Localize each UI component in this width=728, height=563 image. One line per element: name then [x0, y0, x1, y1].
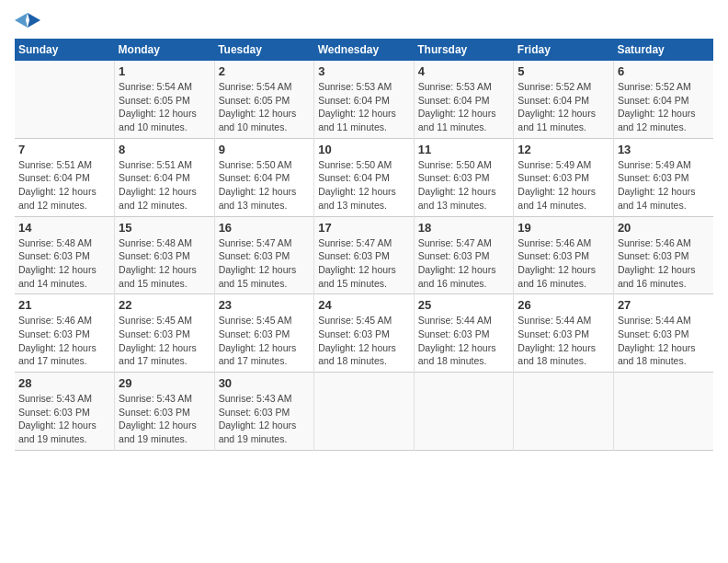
day-detail: Sunrise: 5:45 AMSunset: 6:03 PMDaylight:… — [119, 314, 210, 368]
day-number: 23 — [219, 298, 311, 312]
weekday-header-thursday: Thursday — [414, 39, 514, 61]
calendar-week-row: 7Sunrise: 5:51 AMSunset: 6:04 PMDaylight… — [15, 138, 713, 216]
svg-marker-1 — [15, 13, 28, 28]
calendar-cell: 25Sunrise: 5:44 AMSunset: 6:03 PMDayligh… — [414, 294, 514, 373]
calendar-cell: 12Sunrise: 5:49 AMSunset: 6:03 PMDayligh… — [514, 138, 614, 216]
calendar-cell: 20Sunrise: 5:46 AMSunset: 6:03 PMDayligh… — [613, 216, 713, 294]
day-detail: Sunrise: 5:45 AMSunset: 6:03 PMDaylight:… — [219, 314, 311, 368]
weekday-header-saturday: Saturday — [613, 39, 713, 61]
calendar-cell — [613, 373, 713, 451]
day-number: 11 — [418, 143, 510, 156]
day-detail: Sunrise: 5:50 AMSunset: 6:04 PMDaylight:… — [318, 158, 410, 213]
day-detail: Sunrise: 5:48 AMSunset: 6:03 PMDaylight:… — [18, 236, 110, 291]
calendar-cell — [414, 373, 514, 451]
day-number: 30 — [219, 376, 311, 390]
calendar-cell: 11Sunrise: 5:50 AMSunset: 6:03 PMDayligh… — [414, 138, 514, 216]
day-detail: Sunrise: 5:52 AMSunset: 6:04 PMDaylight:… — [618, 80, 710, 134]
calendar-cell: 2Sunrise: 5:54 AMSunset: 6:05 PMDaylight… — [214, 61, 314, 138]
calendar-cell: 9Sunrise: 5:50 AMSunset: 6:04 PMDaylight… — [214, 138, 314, 216]
day-detail: Sunrise: 5:51 AMSunset: 6:04 PMDaylight:… — [119, 158, 210, 213]
day-number: 2 — [219, 64, 311, 78]
calendar-week-row: 1Sunrise: 5:54 AMSunset: 6:05 PMDaylight… — [15, 61, 713, 138]
day-detail: Sunrise: 5:47 AMSunset: 6:03 PMDaylight:… — [418, 236, 510, 291]
day-number: 24 — [318, 298, 410, 312]
day-detail: Sunrise: 5:53 AMSunset: 6:04 PMDaylight:… — [318, 80, 410, 134]
calendar-cell: 23Sunrise: 5:45 AMSunset: 6:03 PMDayligh… — [214, 294, 314, 373]
day-detail: Sunrise: 5:48 AMSunset: 6:03 PMDaylight:… — [119, 236, 210, 291]
logo-icon — [15, 9, 40, 31]
calendar-cell: 6Sunrise: 5:52 AMSunset: 6:04 PMDaylight… — [613, 61, 713, 138]
calendar-cell: 26Sunrise: 5:44 AMSunset: 6:03 PMDayligh… — [514, 294, 614, 373]
day-detail: Sunrise: 5:44 AMSunset: 6:03 PMDaylight:… — [618, 314, 710, 368]
day-detail: Sunrise: 5:47 AMSunset: 6:03 PMDaylight:… — [318, 236, 410, 291]
day-number: 25 — [418, 298, 510, 312]
day-detail: Sunrise: 5:45 AMSunset: 6:03 PMDaylight:… — [318, 314, 410, 368]
day-detail: Sunrise: 5:46 AMSunset: 6:03 PMDaylight:… — [618, 236, 710, 291]
day-number: 22 — [119, 298, 210, 312]
calendar-cell: 3Sunrise: 5:53 AMSunset: 6:04 PMDaylight… — [314, 61, 415, 138]
day-number: 6 — [618, 64, 710, 78]
day-number: 27 — [618, 298, 710, 312]
day-detail: Sunrise: 5:44 AMSunset: 6:03 PMDaylight:… — [418, 314, 510, 368]
calendar-cell: 27Sunrise: 5:44 AMSunset: 6:03 PMDayligh… — [613, 294, 713, 373]
day-number: 7 — [18, 143, 110, 156]
day-number: 1 — [119, 64, 210, 78]
day-number: 8 — [119, 143, 210, 156]
day-number: 4 — [418, 64, 510, 78]
weekday-header-wednesday: Wednesday — [314, 39, 415, 61]
day-number: 13 — [618, 143, 710, 156]
calendar-cell: 28Sunrise: 5:43 AMSunset: 6:03 PMDayligh… — [15, 373, 115, 451]
calendar-cell: 29Sunrise: 5:43 AMSunset: 6:03 PMDayligh… — [115, 373, 215, 451]
day-number: 15 — [119, 221, 210, 235]
calendar-week-row: 21Sunrise: 5:46 AMSunset: 6:03 PMDayligh… — [15, 294, 713, 373]
calendar-cell: 14Sunrise: 5:48 AMSunset: 6:03 PMDayligh… — [15, 216, 115, 294]
weekday-header-sunday: Sunday — [15, 39, 115, 61]
day-number: 26 — [518, 298, 609, 312]
day-number: 16 — [219, 221, 311, 235]
calendar-cell: 19Sunrise: 5:46 AMSunset: 6:03 PMDayligh… — [514, 216, 614, 294]
logo — [15, 9, 44, 31]
day-detail: Sunrise: 5:47 AMSunset: 6:03 PMDaylight:… — [219, 236, 311, 291]
day-number: 18 — [418, 221, 510, 235]
calendar-cell: 17Sunrise: 5:47 AMSunset: 6:03 PMDayligh… — [314, 216, 415, 294]
calendar-cell: 30Sunrise: 5:43 AMSunset: 6:03 PMDayligh… — [214, 373, 314, 451]
weekday-header-friday: Friday — [514, 39, 614, 61]
calendar-cell: 22Sunrise: 5:45 AMSunset: 6:03 PMDayligh… — [115, 294, 215, 373]
calendar-cell: 15Sunrise: 5:48 AMSunset: 6:03 PMDayligh… — [115, 216, 215, 294]
calendar-cell: 4Sunrise: 5:53 AMSunset: 6:04 PMDaylight… — [414, 61, 514, 138]
day-detail: Sunrise: 5:49 AMSunset: 6:03 PMDaylight:… — [618, 158, 710, 213]
day-number: 21 — [18, 298, 110, 312]
calendar-cell: 13Sunrise: 5:49 AMSunset: 6:03 PMDayligh… — [613, 138, 713, 216]
day-number: 12 — [518, 143, 609, 156]
day-detail: Sunrise: 5:44 AMSunset: 6:03 PMDaylight:… — [518, 314, 609, 368]
calendar-cell: 8Sunrise: 5:51 AMSunset: 6:04 PMDaylight… — [115, 138, 215, 216]
calendar-cell: 21Sunrise: 5:46 AMSunset: 6:03 PMDayligh… — [15, 294, 115, 373]
weekday-header-monday: Monday — [115, 39, 215, 61]
calendar-week-row: 14Sunrise: 5:48 AMSunset: 6:03 PMDayligh… — [15, 216, 713, 294]
calendar-cell: 16Sunrise: 5:47 AMSunset: 6:03 PMDayligh… — [214, 216, 314, 294]
calendar-cell: 1Sunrise: 5:54 AMSunset: 6:05 PMDaylight… — [115, 61, 215, 138]
day-detail: Sunrise: 5:43 AMSunset: 6:03 PMDaylight:… — [119, 392, 210, 446]
calendar-cell: 5Sunrise: 5:52 AMSunset: 6:04 PMDaylight… — [514, 61, 614, 138]
calendar-cell: 24Sunrise: 5:45 AMSunset: 6:03 PMDayligh… — [314, 294, 415, 373]
day-number: 5 — [518, 64, 609, 78]
day-detail: Sunrise: 5:54 AMSunset: 6:05 PMDaylight:… — [119, 80, 210, 134]
day-number: 14 — [18, 221, 110, 235]
day-detail: Sunrise: 5:50 AMSunset: 6:04 PMDaylight:… — [219, 158, 311, 213]
calendar-cell — [15, 61, 115, 138]
day-detail: Sunrise: 5:46 AMSunset: 6:03 PMDaylight:… — [518, 236, 609, 291]
day-number: 9 — [219, 143, 311, 156]
day-detail: Sunrise: 5:50 AMSunset: 6:03 PMDaylight:… — [418, 158, 510, 213]
day-detail: Sunrise: 5:52 AMSunset: 6:04 PMDaylight:… — [518, 80, 609, 134]
calendar-cell — [314, 373, 415, 451]
calendar-cell: 10Sunrise: 5:50 AMSunset: 6:04 PMDayligh… — [314, 138, 415, 216]
day-detail: Sunrise: 5:43 AMSunset: 6:03 PMDaylight:… — [18, 392, 110, 446]
calendar-cell — [514, 373, 614, 451]
day-detail: Sunrise: 5:49 AMSunset: 6:03 PMDaylight:… — [518, 158, 609, 213]
calendar-cell: 18Sunrise: 5:47 AMSunset: 6:03 PMDayligh… — [414, 216, 514, 294]
calendar-table: SundayMondayTuesdayWednesdayThursdayFrid… — [15, 39, 713, 451]
day-detail: Sunrise: 5:53 AMSunset: 6:04 PMDaylight:… — [418, 80, 510, 134]
day-number: 28 — [18, 376, 110, 390]
day-number: 17 — [318, 221, 410, 235]
day-number: 20 — [618, 221, 710, 235]
